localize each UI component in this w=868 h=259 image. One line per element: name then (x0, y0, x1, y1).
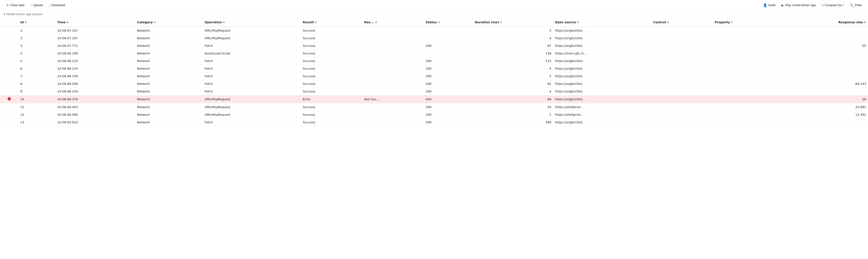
cell-res (363, 103, 424, 111)
sort-icon-duration: ∨ (500, 21, 502, 24)
cell-responsesize (786, 73, 868, 80)
cell-time: 14:58:48.296 (55, 80, 135, 88)
th-control[interactable]: Control ∨ (651, 18, 713, 27)
cell-operation: Fetch (203, 80, 301, 88)
cell-result: Success (301, 88, 363, 95)
cell-responsesize: 25,991 (786, 103, 868, 111)
filter-button[interactable]: 🔍 Filter (847, 1, 864, 9)
th-responsesize[interactable]: Response size ∨ (786, 18, 868, 27)
sort-icon-category: ∨ (154, 21, 156, 24)
th-duration[interactable]: Duration (ms) ∨ (473, 18, 553, 27)
cell-res (363, 57, 424, 65)
table-row[interactable]: 514:58:48.233NetworkFetchSuccess200115ht… (0, 57, 868, 65)
cell-result: Success (301, 65, 363, 73)
cell-res (363, 42, 424, 50)
cell-result: Success (301, 80, 363, 88)
error-dot-icon (8, 97, 11, 100)
cell-result: Error (301, 95, 363, 103)
cell-id: 1 (19, 27, 55, 34)
cell-control (651, 42, 713, 50)
filter-icon: 🔍 (850, 3, 854, 7)
table-row[interactable]: 414:58:48.106NetworkAssetLoad.ScriptSucc… (0, 50, 868, 57)
th-category[interactable]: Category ∨ (135, 18, 203, 27)
cell-operation: XMLHttpRequest (203, 103, 301, 111)
table-row[interactable]: 714:58:48.236NetworkFetchSuccess2005http… (0, 73, 868, 80)
table-row[interactable]: 1114:58:48.453NetworkXMLHttpRequestSucce… (0, 103, 868, 111)
table-row[interactable]: 614:58:48.235NetworkFetchSuccess2004http… (0, 65, 868, 73)
cell-datasource: https://orgbe1fed... (553, 57, 651, 65)
cell-property (713, 80, 786, 88)
compact-list-label: Compact list (825, 3, 842, 7)
download-button[interactable]: ↓ Download (46, 1, 67, 9)
sort-icon-res: ∨ (375, 21, 377, 24)
th-time[interactable]: Time ∨ (55, 18, 135, 27)
cell-operation: XMLHttpRequest (203, 111, 301, 119)
cell-time: 14:58:50.922 (55, 119, 135, 126)
cell-responsesize: 69,143 (786, 80, 868, 88)
cell-category: Network (135, 103, 203, 111)
cell-result: Success (301, 103, 363, 111)
cell-id: 13 (19, 119, 55, 126)
cell-responsesize (786, 50, 868, 57)
cell-res (363, 34, 424, 42)
table-row[interactable]: 1314:58:50.922NetworkFetchSuccess200348h… (0, 119, 868, 126)
cell-control (651, 111, 713, 119)
cell-property (713, 73, 786, 80)
cell-id: 10 (19, 95, 55, 103)
cell-id: 8 (19, 80, 55, 88)
cell-control (651, 103, 713, 111)
table-row[interactable]: 914:58:48.324NetworkFetchSuccess2004http… (0, 88, 868, 95)
cell-property (713, 119, 786, 126)
table-row[interactable]: 1014:58:48.378NetworkXMLHttpRequestError… (0, 95, 868, 103)
cell-responsesize: 13,352 (786, 111, 868, 119)
table-row[interactable]: 814:58:48.296NetworkFetchSuccess20092htt… (0, 80, 868, 88)
cell-status: 200 (424, 111, 473, 119)
cell-duration: 2 (473, 111, 553, 119)
cell-res (363, 50, 424, 57)
table-container: Id ∨ Time ∨ Category ∨ (0, 18, 868, 126)
upload-button[interactable]: ↑ Upload (28, 1, 45, 9)
compact-list-button[interactable]: ≡ Compact list ▾ (819, 1, 846, 9)
table-row[interactable]: 1214:58:48.494NetworkXMLHttpRequestSucce… (0, 111, 868, 119)
cell-category: Network (135, 65, 203, 73)
table-row[interactable]: 314:58:47.771NetworkFetchSuccess20087htt… (0, 42, 868, 50)
row-indicator (0, 34, 19, 42)
compact-list-chevron-icon: ▾ (843, 4, 844, 6)
play-icon: ▶ (781, 3, 784, 7)
clear-data-button[interactable]: ✕ Clear data (4, 1, 27, 9)
th-res[interactable]: Res... ∨ (363, 18, 424, 27)
th-property[interactable]: Property ∨ (713, 18, 786, 27)
table-row[interactable]: 214:58:47.167NetworkXMLHttpRequestSucces… (0, 34, 868, 42)
invite-button[interactable]: 👤 Invite (761, 1, 778, 9)
sort-icon-id: ∨ (25, 21, 27, 24)
cell-result: Success (301, 27, 363, 34)
cell-status: 404 (424, 95, 473, 103)
th-id[interactable]: Id ∨ (19, 18, 55, 27)
cell-time: 14:58:48.106 (55, 50, 135, 57)
table-row[interactable]: 114:58:47.167NetworkXMLHttpRequestSucces… (0, 27, 868, 34)
invite-label: Invite (768, 3, 776, 7)
cell-status: 200 (424, 119, 473, 126)
row-indicator (0, 73, 19, 80)
cell-datasource: https://orgbe1fed... (553, 88, 651, 95)
play-model-driven-app-button[interactable]: ▶ Play model-driven app (779, 1, 818, 9)
cell-datasource: https://orgbe1fed... (553, 119, 651, 126)
cell-operation: AssetLoad.Script (203, 50, 301, 57)
cell-id: 7 (19, 73, 55, 80)
th-operation[interactable]: Operation ∨ (203, 18, 301, 27)
cell-datasource: https://orgbe1fed... (553, 73, 651, 80)
th-status[interactable]: Status ∨ (424, 18, 473, 27)
cell-category: Network (135, 57, 203, 65)
cell-res: Not Fou... (363, 95, 424, 103)
cell-responsesize (786, 88, 868, 95)
toolbar-right: 👤 Invite ▶ Play model-driven app ≡ Compa… (761, 1, 864, 9)
cell-control (651, 65, 713, 73)
cell-duration: 5 (473, 27, 553, 34)
th-result[interactable]: Result ∨ (301, 18, 363, 27)
cell-id: 11 (19, 103, 55, 111)
th-datasource[interactable]: Data source ∨ (553, 18, 651, 27)
cell-datasource: https://orgbe1fed... (553, 42, 651, 50)
cell-property (713, 50, 786, 57)
sort-icon-status: ∨ (438, 21, 440, 24)
play-model-driven-app-label: Play model-driven app (785, 3, 816, 7)
